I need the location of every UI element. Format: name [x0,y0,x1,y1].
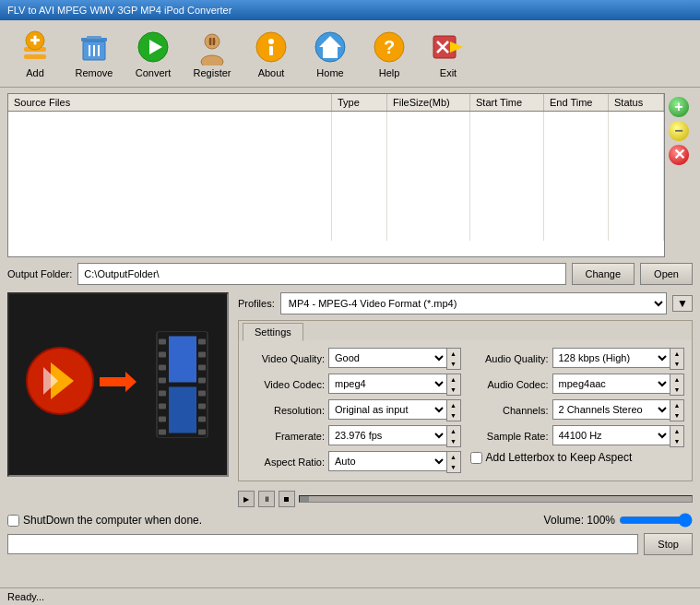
settings-tab[interactable]: Settings [243,323,303,341]
video-codec-up[interactable]: ▲ [447,374,460,385]
toolbar-exit-button[interactable]: Exit [421,24,476,83]
change-folder-button[interactable]: Change [572,263,635,285]
audio-quality-select[interactable]: 128 kbps (High) [552,348,670,368]
status-text: Ready... [7,591,44,602]
profiles-label: Profiles: [238,298,275,309]
audio-codec-down[interactable]: ▼ [670,385,683,395]
svg-rect-0 [24,54,46,59]
status-bar: Ready... [0,587,700,605]
svg-text:?: ? [384,37,395,57]
profiles-select[interactable]: MP4 - MPEG-4 Video Format (*.mp4) [280,292,667,314]
channels-down[interactable]: ▼ [670,410,683,421]
svg-rect-52 [169,337,196,383]
svg-rect-36 [159,339,166,345]
svg-rect-38 [159,365,166,371]
video-codec-select[interactable]: mpeg4 [328,374,446,394]
toolbar-home-button[interactable]: Home [303,24,358,83]
table-row [8,185,664,204]
svg-rect-20 [269,46,273,55]
toolbar-add-button[interactable]: Add [7,24,63,83]
preview-film-icon [152,332,212,438]
remove-file-button[interactable]: − [669,121,689,141]
shutdown-label: ShutDown the computer when done. [23,514,202,527]
svg-rect-51 [198,430,206,435]
shutdown-row: ShutDown the computer when done. [7,514,202,527]
volume-row: Volume: 100% [544,513,693,528]
stop-button[interactable]: Stop [644,533,693,555]
table-row [8,148,664,167]
add-label: Add [26,67,44,78]
register-icon [194,29,231,65]
col-end-time: End Time [544,94,609,112]
progress-input[interactable] [7,534,638,554]
video-codec-label: Video Codec: [246,379,325,390]
playback-bar: ▶ ⏸ ⏹ [238,487,693,507]
svg-rect-50 [198,417,206,422]
video-codec-down[interactable]: ▼ [447,385,460,395]
file-table: Source Files Type FileSize(Mb) Start Tim… [7,93,665,257]
about-icon [253,29,290,65]
volume-slider[interactable] [619,513,693,528]
aspect-ratio-down[interactable]: ▼ [447,462,460,472]
toolbar-about-button[interactable]: About [243,24,299,83]
svg-rect-53 [169,387,196,433]
svg-marker-33 [100,372,136,392]
audio-codec-select[interactable]: mpeg4aac [552,374,670,394]
shutdown-checkbox[interactable] [7,515,19,527]
channels-select[interactable]: 2 Channels Stereo [552,399,670,420]
convert-label: Convert [136,67,172,78]
play-button[interactable]: ▶ [238,491,255,507]
aspect-ratio-up[interactable]: ▲ [447,452,460,462]
open-folder-button[interactable]: Open [640,263,693,285]
stop-playback-button[interactable]: ⏹ [279,491,295,507]
svg-rect-37 [159,352,166,358]
video-quality-select[interactable]: Good [328,348,446,368]
svg-rect-49 [198,404,206,409]
audio-quality-down[interactable]: ▼ [670,359,683,369]
audio-quality-up[interactable]: ▲ [670,349,683,359]
aspect-ratio-label: Aspect Ratio: [246,457,325,468]
aspect-ratio-select[interactable]: Auto [328,451,446,471]
table-row [8,167,664,185]
toolbar-convert-button[interactable]: Convert [125,24,181,83]
pause-button[interactable]: ⏸ [258,491,275,507]
framerate-down[interactable]: ▼ [447,436,460,446]
output-folder-label: Output Folder: [7,268,72,279]
video-quality-down[interactable]: ▼ [447,359,460,369]
exit-label: Exit [440,67,457,78]
sample-rate-select[interactable]: 44100 Hz [552,425,670,445]
col-filesize: FileSize(Mb) [387,94,470,112]
toolbar-remove-button[interactable]: Remove [66,24,122,83]
svg-rect-42 [159,417,166,422]
svg-rect-40 [159,391,166,397]
video-quality-up[interactable]: ▲ [447,349,460,359]
sample-rate-down[interactable]: ▼ [670,436,683,446]
col-start-time: Start Time [470,94,544,112]
resolution-up[interactable]: ▲ [447,400,460,410]
table-row [8,130,664,148]
resolution-down[interactable]: ▼ [447,410,460,421]
volume-label: Volume: 100% [544,514,615,527]
remove-icon [76,29,113,65]
playback-slider[interactable] [299,495,693,503]
remove-label: Remove [76,67,113,78]
sample-rate-up[interactable]: ▲ [670,426,683,436]
col-status: Status [609,94,664,112]
clear-files-button[interactable]: ✕ [669,145,689,165]
register-label: Register [194,67,231,78]
resolution-select[interactable]: Original as input [328,399,446,420]
svg-rect-44 [198,339,206,345]
audio-codec-up[interactable]: ▲ [670,374,683,385]
toolbar-help-button[interactable]: ? Help [362,24,417,83]
channels-label: Channels: [470,405,549,416]
framerate-select[interactable]: 23.976 fps [328,425,446,445]
add-file-button[interactable]: + [669,97,689,117]
toolbar-register-button[interactable]: Register [184,24,240,83]
letterbox-checkbox[interactable] [470,452,482,464]
table-row [8,222,664,241]
output-folder-input[interactable] [77,263,565,285]
letterbox-label: Add Letterbox to Keep Aspect [486,451,633,464]
framerate-up[interactable]: ▲ [447,426,460,436]
channels-up[interactable]: ▲ [670,400,683,410]
profiles-dropdown-arrow[interactable]: ▼ [672,295,693,312]
